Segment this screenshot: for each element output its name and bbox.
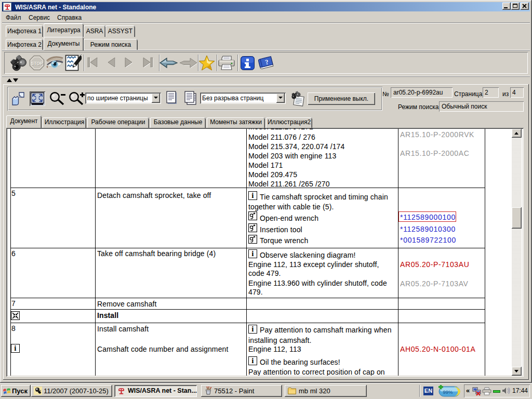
svg-text:99%: 99% (443, 389, 453, 395)
svg-text:STOP: STOP (31, 61, 43, 66)
